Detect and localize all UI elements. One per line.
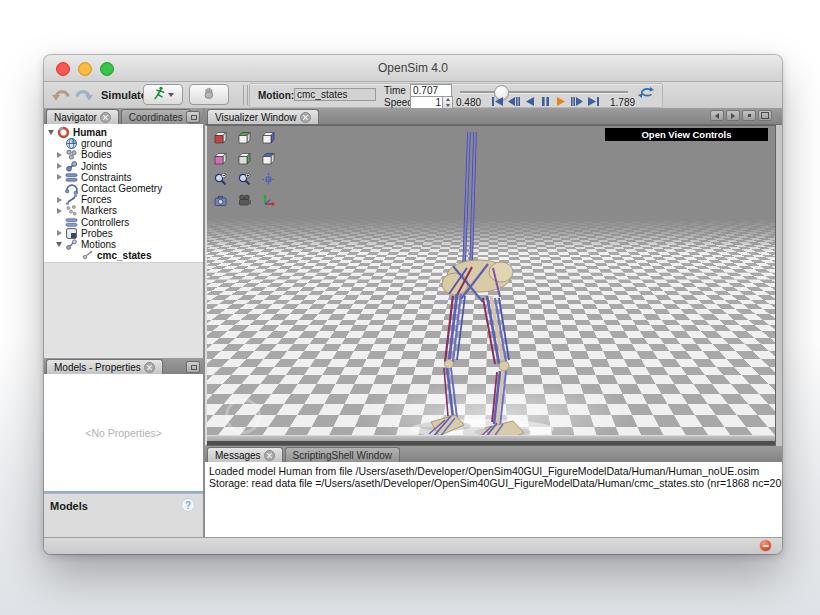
tab-navigator[interactable]: Navigator [46, 109, 119, 124]
view-toolbar [211, 129, 283, 213]
visualizer-tabbar: Visualizer Window [205, 108, 782, 125]
opensim-watermark-icon [225, 398, 261, 434]
motions-icon [64, 238, 79, 251]
models-panel: Models ? [44, 493, 203, 539]
musculoskeletal-model [387, 126, 587, 445]
tab-scriptingshell[interactable]: ScriptingShell Window [285, 447, 401, 462]
tab-list-icon [748, 114, 751, 117]
motion-states-icon [80, 249, 95, 262]
simulate-label: Simulate [101, 89, 147, 101]
play-backward-button[interactable] [522, 95, 536, 107]
no-properties-text: <No Properties> [85, 427, 161, 439]
tab-visualizer-window[interactable]: Visualizer Window [207, 109, 319, 124]
tab-list-button[interactable] [742, 110, 756, 121]
scroll-tabs-left-button[interactable] [710, 110, 724, 121]
tab-messages[interactable]: Messages [207, 447, 283, 462]
speed-label: Speed [384, 97, 413, 108]
tree-empty-area [44, 262, 203, 359]
help-button[interactable]: ? [181, 498, 195, 512]
title-bar[interactable]: OpenSim 4.0 [44, 55, 782, 82]
expander-closed-icon[interactable] [54, 230, 64, 236]
undo-icon [52, 86, 70, 104]
view-cube-back-icon[interactable] [211, 150, 229, 166]
expander-open-icon[interactable] [46, 130, 56, 135]
scroll-left-icon [715, 113, 719, 119]
minimize-properties-panel-icon[interactable] [186, 361, 200, 373]
memory-gc-icon[interactable] [760, 540, 771, 551]
undo-button[interactable] [52, 86, 70, 104]
zoom-out-icon[interactable] [211, 171, 229, 187]
toolbar-separator [243, 85, 248, 105]
pause-button[interactable] [538, 95, 552, 107]
tab-coordinates[interactable]: Coordinates [121, 109, 191, 124]
toggle-axes-icon[interactable] [259, 192, 277, 208]
messages-tabbar: Messages ScriptingShell Window [205, 446, 782, 463]
redo-button[interactable] [75, 86, 93, 104]
close-properties-tab-icon[interactable] [144, 362, 155, 373]
view-cube-bottom-icon[interactable] [259, 150, 277, 166]
expander-open-icon[interactable] [54, 242, 64, 247]
speed-increment-icon[interactable] [446, 98, 450, 101]
motion-control-panel: Motion: Time Speed 0.480 [249, 83, 663, 108]
tree-item-motions[interactable]: Motions [44, 239, 203, 250]
close-navigator-tab-icon[interactable] [100, 112, 111, 123]
view-cube-left-icon[interactable] [235, 150, 253, 166]
messages-log: Loaded model Human from file /Users/aset… [205, 462, 782, 538]
3d-viewport[interactable]: Open View Controls [205, 125, 776, 446]
redo-icon [75, 86, 93, 104]
tree-item-cmc-states[interactable]: cmc_states [44, 250, 203, 261]
view-cube-front-icon[interactable] [211, 129, 229, 145]
left-panel: Navigator Coordinates Human ground [44, 108, 205, 538]
loop-playback-button[interactable] [638, 86, 654, 101]
scroll-right-icon [731, 113, 735, 119]
play-button[interactable] [554, 95, 568, 107]
log-line: Loaded model Human from file /Users/aset… [209, 465, 782, 477]
skip-to-end-button[interactable] [586, 95, 600, 107]
tab-models-properties[interactable]: Models - Properties [46, 359, 163, 374]
motion-value-field[interactable] [294, 88, 376, 101]
pan-hand-button[interactable] [189, 84, 229, 105]
step-forward-button[interactable] [570, 95, 584, 107]
time-label: Time [384, 85, 406, 96]
skip-to-start-button[interactable] [490, 95, 504, 107]
expander-closed-icon[interactable] [54, 197, 64, 203]
time-range-end: 1.789 [610, 97, 635, 108]
time-slider[interactable] [460, 91, 628, 94]
close-visualizer-tab-icon[interactable] [300, 112, 311, 123]
snapshot-camera-icon[interactable] [211, 192, 229, 208]
run-options-dropdown-icon[interactable] [168, 93, 174, 97]
step-back-button[interactable] [506, 95, 520, 107]
view-cube-top-icon[interactable] [235, 129, 253, 145]
properties-panel: <No Properties> [44, 374, 203, 493]
scroll-tabs-right-button[interactable] [726, 110, 740, 121]
view-cube-right-icon[interactable] [259, 129, 277, 145]
running-man-icon [152, 86, 166, 103]
expander-closed-icon[interactable] [54, 152, 64, 158]
maximize-icon [761, 112, 769, 119]
right-panel: Visualizer Window Open [205, 108, 782, 538]
navigator-tabbar: Navigator Coordinates [44, 108, 203, 125]
expander-closed-icon[interactable] [54, 208, 64, 214]
record-video-icon[interactable] [235, 192, 253, 208]
motion-label: Motion: [258, 90, 294, 101]
fit-view-icon[interactable] [259, 171, 277, 187]
time-range-start: 0.480 [456, 97, 481, 108]
opensim-window: OpenSim 4.0 Simulate [44, 55, 782, 554]
navigator-tree: Human ground Bodies Joints [44, 124, 203, 262]
hand-icon [202, 86, 216, 103]
expander-closed-icon[interactable] [54, 174, 64, 180]
playback-controls [490, 95, 600, 107]
open-view-controls-button[interactable]: Open View Controls [605, 128, 768, 141]
models-panel-title: Models [50, 500, 88, 512]
viewport-bottom-edge [207, 435, 775, 445]
minimize-panel-icon[interactable] [186, 111, 200, 123]
run-simulation-button[interactable] [143, 84, 183, 105]
loop-icon [638, 86, 654, 101]
maximize-panel-button[interactable] [758, 110, 772, 121]
close-messages-tab-icon[interactable] [264, 450, 275, 461]
log-line: Storage: read data file =/Users/aseth/De… [209, 477, 782, 489]
expander-closed-icon[interactable] [54, 163, 64, 169]
zoom-in-icon[interactable] [235, 171, 253, 187]
speed-decrement-icon[interactable] [446, 104, 450, 107]
main-area: Navigator Coordinates Human ground [44, 108, 782, 538]
